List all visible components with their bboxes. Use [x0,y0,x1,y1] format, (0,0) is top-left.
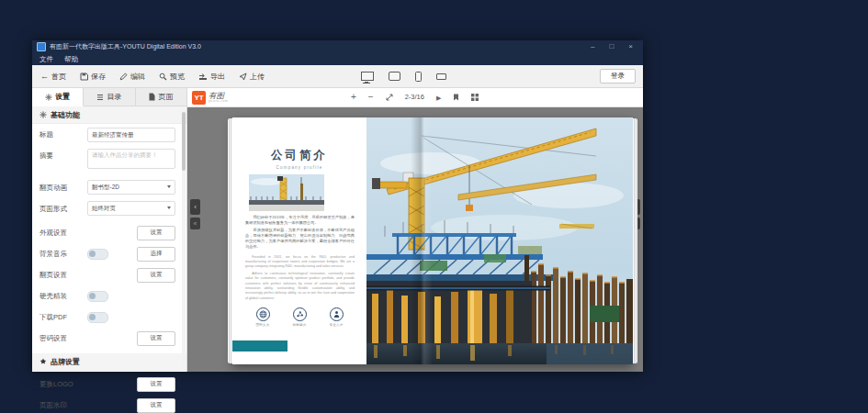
close-button[interactable]: × [628,43,633,50]
pencil-icon [119,73,128,81]
brand-section-header: 品牌设置 [32,353,186,371]
edit-button[interactable]: 编辑 [119,72,145,82]
menu-help[interactable]: 帮助 [64,55,78,64]
save-label: 保存 [91,72,106,82]
viewer-toolbar: YT 有图 youtu.com + − 2-3/16 ▶ [187,88,643,107]
title-field-label: 标题 [39,128,87,140]
title-field-row: 标题 [32,124,186,145]
first-page-button[interactable]: « [190,218,200,229]
minimize-button[interactable]: – [591,43,594,50]
brand-section-title: 品牌设置 [51,357,80,367]
book-spread[interactable]: 公司简介 Company profile [232,117,633,364]
zoom-in-button[interactable]: + [351,93,356,102]
export-icon [198,73,208,81]
fullscreen-icon[interactable] [386,94,393,101]
home-button[interactable]: ← 首页 [40,72,66,82]
page-mode-select[interactable]: 始终对页 [87,201,175,216]
page-mode-label: 页面形式 [39,201,87,214]
flipbook-viewer: YT 有图 youtu.com + − 2-3/16 ▶ [187,88,643,372]
feature-caption: 国际实力 [255,323,269,327]
yt-logo: YT [192,91,206,105]
flip-settings-row: 翻页设置 设置 [32,264,186,285]
save-disk-icon [80,73,88,81]
tab-pages-label: 页面 [158,92,173,102]
pdf-toggle[interactable] [87,312,108,323]
watermark-settings-button[interactable]: 设置 [137,398,175,413]
brand-sub: youtu.com [209,100,229,104]
home-label: 首页 [51,72,66,82]
tab-contents[interactable]: 目录 [84,88,135,106]
construction-photo [366,117,633,364]
profile-paragraph-en-2: Adhere to continuous technological innov… [245,272,355,301]
page-accent-bar [232,340,287,352]
mini-preview-icon[interactable] [436,73,446,80]
menu-file[interactable]: 文件 [39,55,53,64]
feature-icons-row: 国际实力 创新能力 [251,307,348,327]
hardcover-toggle[interactable] [87,291,108,302]
bgm-choose-button[interactable]: 选择 [137,247,175,262]
upload-button[interactable]: 上传 [239,72,265,82]
menu-bar: 文件 帮助 [32,53,643,65]
maximize-button[interactable]: □ [609,43,614,50]
window-title: 有图新一代数字出版工具-YOUTU Digital Edition V3.0 [50,42,201,51]
feature-talent: 专业人才 [324,307,348,327]
prev-page-button[interactable]: ‹ [190,199,200,215]
page-stack-right [633,118,637,363]
autoplay-button[interactable]: ▶ [436,95,441,101]
flip-settings-label: 翻页设置 [39,271,87,280]
flip-anim-select[interactable]: 翻书型-2D [87,180,175,195]
page-indicator[interactable]: 2-3/16 [405,94,424,101]
pdf-row: 下载PDF [32,307,186,328]
company-profile-page: 公司简介 Company profile [232,117,366,364]
logo-row: 更换LOGO 设置 [32,374,186,395]
hardcover-label: 硬壳精装 [39,292,87,301]
thumbnails-grid-icon[interactable] [471,94,479,101]
appearance-settings-button[interactable]: 设置 [137,226,175,240]
summary-field-row: 摘要 [32,145,186,172]
viewer-canvas: ‹ « › » [187,107,643,372]
summary-field-label: 摘要 [39,149,87,161]
gear-icon [45,94,52,101]
network-icon [293,307,307,321]
password-settings-button[interactable]: 设置 [137,331,175,346]
tab-settings-label: 设置 [55,92,70,102]
logo-settings-button[interactable]: 设置 [137,377,175,392]
basic-section-title: 基础功能 [51,110,80,120]
basic-section-header: 基础功能 [32,106,186,124]
bgm-row: 背景音乐 选择 [32,243,186,264]
password-row: 密码设置 设置 [32,328,186,349]
appearance-row: 外观设置 设置 [32,222,186,243]
sidebar-scrollbar[interactable] [182,108,186,371]
tab-settings[interactable]: 设置 [32,88,84,106]
preview-button[interactable]: 预览 [159,72,185,82]
summary-input[interactable] [87,149,175,169]
title-input[interactable] [87,128,175,142]
profile-thumbnail-photo [249,174,324,211]
zoom-out-button[interactable]: − [368,93,374,102]
feature-caption: 专业人才 [329,323,343,327]
bgm-toggle[interactable] [87,249,108,260]
title-bar: 有图新一代数字出版工具-YOUTU Digital Edition V3.0 –… [32,40,643,53]
back-arrow-icon: ← [40,72,49,81]
hardcover-row: 硬壳精装 [32,285,186,307]
export-button[interactable]: 导出 [198,72,225,82]
globe-icon [256,307,270,321]
login-button[interactable]: 登录 [600,69,636,84]
sidebar-tabs: 设置 目录 页面 [32,88,186,106]
device-preview-group [361,65,446,87]
main-toolbar: ← 首页 保存 编辑 预览 导出 上传 登录 [32,65,643,88]
page-mode-row: 页面形式 始终对页 [32,197,186,218]
profile-paragraph-en-1: Founded in 2001, we focus on the R&D, pr… [245,255,355,270]
desktop-preview-icon[interactable] [361,72,374,81]
upload-label: 上传 [250,72,265,82]
flip-settings-button[interactable]: 设置 [137,268,175,283]
tablet-preview-icon[interactable] [389,72,400,81]
watermark-label: 页面水印 [39,401,87,410]
save-button[interactable]: 保存 [80,72,106,82]
tab-pages[interactable]: 页面 [136,88,186,106]
feature-global: 国际实力 [251,307,275,327]
profile-heading: 公司简介 [232,148,366,163]
brand-name: 有图 [209,92,229,100]
phone-preview-icon[interactable] [415,72,422,82]
bookmark-icon[interactable] [453,94,459,101]
